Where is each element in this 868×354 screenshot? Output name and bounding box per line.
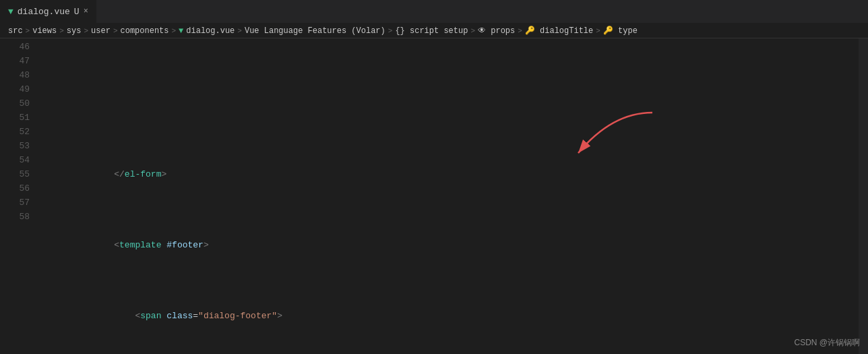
breadcrumb-script-setup: {} script setup <box>395 26 468 36</box>
code-line-49: <span class="dialog-footer"> <box>40 295 859 309</box>
code-line-46 <box>40 82 859 96</box>
breadcrumb-props: 👁 props <box>478 26 515 36</box>
breadcrumb-type: 🔑 type <box>603 26 638 36</box>
vue-icon: ▼ <box>8 7 13 17</box>
breadcrumb-sep-1: > <box>26 27 30 35</box>
tab-dialog-vue[interactable]: ▼ dialog.vue U × <box>0 0 97 23</box>
breadcrumb-sep-3: > <box>84 27 88 35</box>
code-line-48: <template #footer> <box>40 224 859 238</box>
breadcrumb-views: views <box>32 26 57 36</box>
line-numbers: 46 47 48 49 50 51 52 53 54 55 56 57 58 <box>0 38 35 354</box>
tab-filename: dialog.vue <box>18 7 70 17</box>
breadcrumb-sep-2: > <box>59 27 64 35</box>
code-line-47: </el-form> <box>40 153 859 167</box>
breadcrumb-dialog-vue: dialog.vue <box>186 26 235 36</box>
code-content: </el-form> <template #footer> <span clas… <box>35 38 859 354</box>
breadcrumb-sys: sys <box>67 26 82 36</box>
breadcrumb-sep-9: > <box>518 27 522 35</box>
tab-close-button[interactable]: × <box>84 7 88 16</box>
breadcrumb-src: src <box>8 26 23 36</box>
scrollbar[interactable] <box>859 38 868 354</box>
breadcrumb-dialogTitle: 🔑 dialogTitle <box>525 26 593 36</box>
breadcrumb-sep-4: > <box>113 27 118 35</box>
breadcrumb: src > views > sys > user > components > … <box>0 24 868 38</box>
tab-modified-indicator: U <box>74 7 80 17</box>
breadcrumb-sep-8: > <box>470 27 475 35</box>
breadcrumb-user: user <box>91 26 111 36</box>
breadcrumb-sep-7: > <box>388 27 393 35</box>
breadcrumb-vue-icon: ▼ <box>179 26 183 36</box>
breadcrumb-sep-6: > <box>237 27 242 35</box>
editor-area: 46 47 48 49 50 51 52 53 54 55 56 57 58 <… <box>0 38 868 354</box>
breadcrumb-components: components <box>120 26 168 36</box>
tab-bar: ▼ dialog.vue U × <box>0 0 868 24</box>
breadcrumb-sep-10: > <box>596 27 600 35</box>
watermark: CSDN @许锅锅啊 <box>794 337 860 349</box>
breadcrumb-sep-5: > <box>172 27 177 35</box>
breadcrumb-volar: Vue Language Features (Volar) <box>245 26 385 36</box>
